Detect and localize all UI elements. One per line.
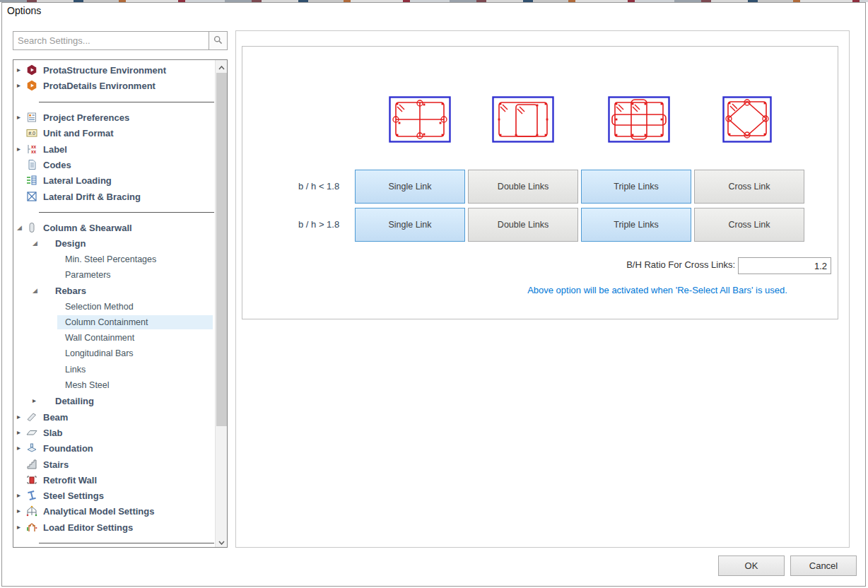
double-links-button-row1[interactable]: Double Links <box>468 170 578 204</box>
tree-item-label: Min. Steel Percentages <box>65 254 156 264</box>
expand-arrow-icon[interactable]: ▸ <box>17 146 20 153</box>
expand-arrow-icon[interactable]: ▸ <box>17 413 20 421</box>
tree-item-links[interactable]: Links <box>13 362 215 377</box>
tree-item-label: Mesh Steel <box>65 380 110 390</box>
tree-item-label: Rebars <box>55 286 86 296</box>
beam-icon <box>26 411 37 423</box>
tree-item-label: Foundation <box>43 443 93 454</box>
expand-arrow-icon[interactable]: ▸ <box>17 507 20 514</box>
expand-arrow-icon[interactable]: ▸ <box>17 492 20 499</box>
single-link-diagram <box>389 96 451 143</box>
tree-item-lateral-loading[interactable]: Lateral Loading <box>13 172 215 188</box>
codes-icon <box>26 159 37 170</box>
tree-item-label: Project Preferences <box>43 112 129 123</box>
tree-item-load-editor-settings[interactable]: ▸Load Editor Settings <box>13 519 215 535</box>
tree-separator <box>13 204 215 220</box>
tree-item-retrofit-wall[interactable]: Retrofit Wall <box>13 472 215 488</box>
unit-format-icon: #.0 <box>26 127 37 139</box>
expand-arrow-icon[interactable]: ▸ <box>17 66 20 74</box>
expand-arrow-icon[interactable]: ▸ <box>17 445 20 452</box>
retrofit-wall-icon <box>26 474 37 486</box>
tree-item-design[interactable]: ◢Design <box>13 235 215 251</box>
tree-item-label: Steel Settings <box>43 490 104 501</box>
settings-tree: ▸ProtaStructure Environment▸ProtaDetails… <box>13 59 228 548</box>
load-editor-icon <box>26 522 37 533</box>
tree-item-protastructure-environment[interactable]: ▸ProtaStructure Environment <box>13 62 215 78</box>
tree-item-label: Column Containment <box>65 317 148 327</box>
tree-item-label: Slab <box>43 427 62 437</box>
tree-item-parameters[interactable]: Parameters <box>13 267 215 283</box>
scroll-down-button[interactable] <box>216 535 228 547</box>
tree-item-label: Analytical Model Settings <box>43 506 154 517</box>
tree-item-stairs[interactable]: Stairs <box>13 456 215 471</box>
triple-links-diagram <box>608 96 670 143</box>
collapse-arrow-icon[interactable]: ◢ <box>17 225 22 231</box>
tree-item-analytical-model-settings[interactable]: ▸Analytical Model Settings <box>13 503 215 519</box>
tree-item-label: Codes <box>43 159 71 170</box>
tree-item-slab[interactable]: ▸Slab <box>13 425 215 440</box>
tree-item-label[interactable]: ▸xxxxLabel <box>13 141 215 156</box>
scroll-thumb[interactable] <box>216 73 227 426</box>
tree-item-wall-containment[interactable]: Wall Containment <box>13 330 215 346</box>
triple-links-button-row2[interactable]: Triple Links <box>581 208 691 242</box>
dialog-title: Options <box>7 5 41 16</box>
tree-item-project-preferences[interactable]: ▸Project Preferences <box>13 110 215 125</box>
expand-arrow-icon[interactable]: ▸ <box>17 524 20 531</box>
tree-item-column-containment[interactable]: Column Containment <box>13 314 215 330</box>
tree-item-min-steel-percentages[interactable]: Min. Steel Percentages <box>13 252 215 267</box>
search-button[interactable] <box>209 32 227 49</box>
ok-button[interactable]: OK <box>718 555 785 576</box>
tree-item-rebars[interactable]: ◢Rebars <box>13 283 215 298</box>
tree-item-detailing[interactable]: ▸Detailing <box>13 393 215 408</box>
tree-item-mesh-steel[interactable]: Mesh Steel <box>13 377 215 393</box>
cancel-button[interactable]: Cancel <box>790 555 857 576</box>
scroll-up-button[interactable] <box>216 60 228 72</box>
lateral-loading-icon <box>26 175 37 186</box>
expand-arrow-icon[interactable]: ▸ <box>33 397 36 404</box>
cross-link-button-row2[interactable]: Cross Link <box>694 208 804 242</box>
tree-item-label: Links <box>65 365 86 375</box>
single-link-button-row2[interactable]: Single Link <box>355 208 465 242</box>
search-icon <box>213 35 223 47</box>
cross-link-button-row1[interactable]: Cross Link <box>694 170 804 204</box>
expand-arrow-icon[interactable]: ▸ <box>17 82 20 89</box>
triple-links-button-row1[interactable]: Triple Links <box>581 170 691 204</box>
double-links-button-row2[interactable]: Double Links <box>468 208 578 242</box>
chevron-up-icon <box>218 60 225 73</box>
svg-text:#.0: #.0 <box>28 131 35 136</box>
tree-item-label: Label <box>43 143 67 154</box>
collapse-arrow-icon[interactable]: ◢ <box>33 288 37 294</box>
tree-item-foundation[interactable]: ▸Foundation <box>13 440 215 456</box>
chevron-down-icon <box>218 535 225 548</box>
tree-item-label: Unit and Format <box>43 128 114 139</box>
cross-link-diagram <box>722 96 772 143</box>
tree-item-lateral-drift-bracing[interactable]: Lateral Drift & Bracing <box>13 188 215 204</box>
search-input[interactable] <box>13 32 209 49</box>
tree-item-protadetails-environment[interactable]: ▸ProtaDetails Environment <box>13 78 215 93</box>
tree-item-label: Load Editor Settings <box>43 522 133 532</box>
tree-item-unit-and-format[interactable]: #.0Unit and Format <box>13 125 215 141</box>
expand-arrow-icon[interactable]: ▸ <box>17 114 20 121</box>
tree-item-label: Wall Containment <box>65 333 134 343</box>
tree-item-label: Lateral Drift & Bracing <box>43 191 141 201</box>
tree-item-codes[interactable]: Codes <box>13 157 215 172</box>
collapse-arrow-icon[interactable]: ◢ <box>33 240 37 247</box>
tree-scrollbar[interactable] <box>215 60 227 547</box>
analytical-model-icon <box>26 505 37 517</box>
bh-ratio-input[interactable] <box>738 257 831 274</box>
tree-item-label: Stairs <box>43 459 69 469</box>
expand-arrow-icon[interactable]: ▸ <box>17 429 20 436</box>
stairs-icon <box>26 459 37 470</box>
tree-item-column-shearwall[interactable]: ◢Column & Shearwall <box>13 220 215 235</box>
tree-item-beam[interactable]: ▸Beam <box>13 409 215 425</box>
tree-item-steel-settings[interactable]: ▸Steel Settings <box>13 488 215 503</box>
tree-item-label: ProtaDetails Environment <box>43 81 156 91</box>
bh-ratio-row-label-2: b / h > 1.8 <box>298 208 339 242</box>
single-link-button-row1[interactable]: Single Link <box>355 170 465 204</box>
tree-item-longitudinal-bars[interactable]: Longitudinal Bars <box>13 346 215 361</box>
svg-text:xx: xx <box>31 144 37 149</box>
tree-item-label: Selection Method <box>65 302 134 312</box>
lateral-drift-bracing-icon <box>26 191 37 202</box>
tree-item-selection-method[interactable]: Selection Method <box>13 298 215 314</box>
label-icon: xxxx <box>26 143 37 155</box>
